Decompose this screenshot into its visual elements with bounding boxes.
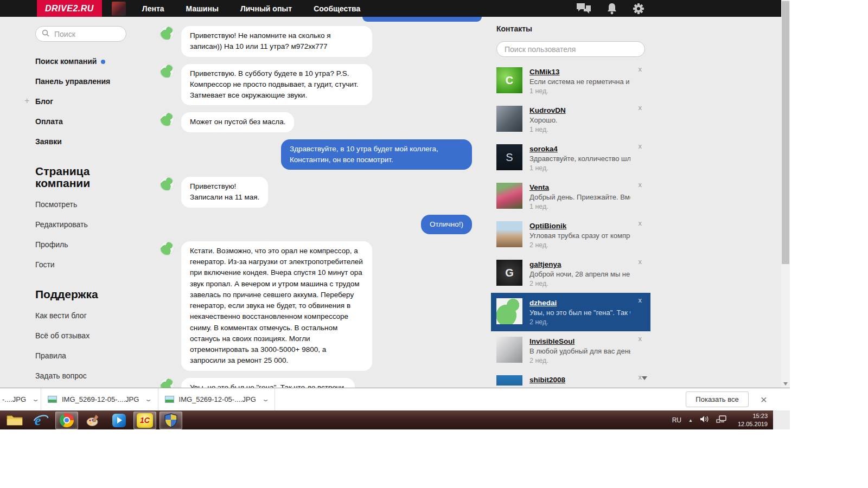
sidebar-item[interactable]: Поиск компаний xyxy=(35,57,152,66)
explorer-icon[interactable] xyxy=(3,412,26,429)
1c-icon[interactable]: 1С xyxy=(133,412,156,429)
scrollbar-thumb[interactable] xyxy=(782,1,789,264)
message-bubble: Отлично!) xyxy=(421,215,472,234)
paint-icon[interactable] xyxy=(81,412,104,429)
svg-text:e: e xyxy=(35,413,41,428)
contact-item[interactable]: KudrovDN Хорошо. 1 нед. x xyxy=(491,100,650,139)
messages-icon[interactable] xyxy=(576,3,591,15)
chrome-icon[interactable] xyxy=(55,412,78,429)
download-item[interactable]: IMG_5269-12-05-....JPG ⌄︎ xyxy=(158,388,276,410)
contact-item[interactable]: C ChMik13 Если система не герметична и у… xyxy=(491,62,650,100)
sidebar-sub-item[interactable]: Как вести блог xyxy=(35,311,152,320)
contact-name[interactable]: KudrovDN xyxy=(529,106,630,114)
contact-name[interactable]: Venta xyxy=(529,183,630,191)
close-icon[interactable]: x xyxy=(639,181,642,188)
tray-language[interactable]: RU xyxy=(672,416,681,424)
contact-avatar[interactable] xyxy=(496,375,522,386)
contacts-scroll-down-icon[interactable] xyxy=(642,376,647,380)
sender-avatar[interactable] xyxy=(160,64,174,78)
page-scrollbar[interactable] xyxy=(781,0,790,388)
scrollbar-down-arrow-icon[interactable] xyxy=(783,382,788,386)
sidebar-sub-item[interactable]: Посмотреть xyxy=(35,200,152,209)
contact-item[interactable]: shibit2008 x xyxy=(491,370,650,386)
contacts-search[interactable] xyxy=(496,41,645,57)
contact-name[interactable]: OptiBionik xyxy=(529,222,630,230)
chat-message: Может он пустой без масла. xyxy=(160,112,483,132)
show-all-button[interactable]: Показать все xyxy=(686,391,748,407)
sidebar-search[interactable] xyxy=(35,26,126,42)
close-icon[interactable]: x xyxy=(639,335,642,342)
contact-item[interactable]: InvisibleSoul В любой удобный для вас де… xyxy=(491,331,650,370)
sidebar-sub-item[interactable]: Гости xyxy=(35,260,152,269)
sidebar-sub-item[interactable]: Всё об отзывах xyxy=(35,331,152,340)
close-icon[interactable]: x xyxy=(639,220,642,227)
contact-time: 1 нед. xyxy=(529,126,630,133)
contact-time: 2 нед. xyxy=(529,318,630,326)
chevron-up-icon[interactable]: ⌄︎ xyxy=(31,396,40,403)
contact-time: 1 нед. xyxy=(529,203,630,210)
sidebar-sub-item[interactable]: Профиль xyxy=(35,240,152,249)
sidebar-item[interactable]: Оплата xyxy=(35,117,152,126)
tray-clock[interactable]: 15:23 12.05.2019 xyxy=(738,412,768,428)
contact-name[interactable]: dzhedai xyxy=(529,299,630,307)
contact-name[interactable]: ChMik13 xyxy=(529,68,630,76)
sidebar-item[interactable]: Заявки xyxy=(35,137,152,146)
contact-avatar[interactable] xyxy=(496,298,522,324)
sender-avatar[interactable] xyxy=(160,241,174,255)
contact-avatar[interactable] xyxy=(496,221,522,247)
nav-menu-item[interactable]: Личный опыт xyxy=(240,4,292,13)
sender-avatar[interactable] xyxy=(160,112,174,126)
nav-menu-item[interactable]: Лента xyxy=(142,4,164,13)
contact-message-preview: В любой удобный для вас день … xyxy=(529,347,630,355)
internet-explorer-icon[interactable]: e xyxy=(29,412,52,429)
settings-icon[interactable] xyxy=(633,3,644,15)
contacts-search-input[interactable] xyxy=(503,44,628,54)
contact-avatar[interactable]: G xyxy=(496,260,522,286)
defender-shield-icon[interactable] xyxy=(159,412,182,429)
sidebar-search-input[interactable] xyxy=(53,29,113,39)
network-icon[interactable] xyxy=(716,415,726,426)
contact-name[interactable]: soroka4 xyxy=(529,145,630,153)
sidebar-sub-item[interactable]: Редактировать xyxy=(35,220,152,229)
drive2-logo[interactable]: DRIVE2.RU xyxy=(37,0,102,17)
notifications-icon[interactable] xyxy=(607,3,617,15)
contact-avatar[interactable]: S xyxy=(496,144,522,170)
contact-item[interactable]: Venta Добрый день. Приезжайте. Вме… 1 не… xyxy=(491,177,650,216)
contact-item[interactable]: S soroka4 Здравствуйте, колличество шли…… xyxy=(491,139,650,177)
nav-menu-item[interactable]: Сообщества xyxy=(314,4,360,13)
contact-message-preview: Увы, но это был не "гена". Так ч… xyxy=(529,309,630,317)
download-item[interactable]: -....JPG ⌄︎ xyxy=(0,388,41,410)
notification-dot-icon xyxy=(101,60,105,64)
sender-avatar[interactable] xyxy=(160,177,174,191)
chevron-up-icon[interactable]: ⌄︎ xyxy=(261,396,270,403)
close-icon[interactable]: x xyxy=(639,143,642,150)
contact-item[interactable]: dzhedai Увы, но это был не "гена". Так ч… xyxy=(491,293,650,331)
contact-item[interactable]: OptiBionik Угловая трубка сразу от компр… xyxy=(491,216,650,254)
tray-expand-icon[interactable]: ▲ xyxy=(688,418,693,423)
close-icon[interactable]: x xyxy=(639,66,642,73)
contact-avatar[interactable] xyxy=(496,106,522,132)
volume-icon[interactable] xyxy=(700,415,709,425)
sidebar-item[interactable]: Панель управления xyxy=(35,77,152,86)
chevron-up-icon[interactable]: ⌄︎ xyxy=(145,396,153,403)
system-tray: RU ▲ 15:23 12.05.2019 xyxy=(672,412,768,428)
contact-name[interactable]: shibit2008 xyxy=(529,376,630,384)
user-avatar[interactable] xyxy=(112,2,126,16)
contact-name[interactable]: galtjenya xyxy=(529,260,630,268)
close-icon[interactable]: x xyxy=(639,297,642,304)
nav-menu-item[interactable]: Машины xyxy=(186,4,219,13)
close-icon[interactable]: x xyxy=(639,258,642,265)
sidebar-sub-item[interactable]: Задать вопрос xyxy=(35,371,152,380)
close-icon[interactable]: x xyxy=(639,104,642,111)
contact-avatar[interactable] xyxy=(496,337,522,363)
sender-avatar[interactable] xyxy=(160,26,174,40)
contact-avatar[interactable]: C xyxy=(496,67,522,93)
downloads-close-icon[interactable]: × xyxy=(761,394,767,405)
media-player-icon[interactable] xyxy=(107,412,130,429)
contact-item[interactable]: G galtjenya Доброй ночи, 28 апреля мы не… xyxy=(491,254,650,293)
sidebar-item[interactable]: Блог xyxy=(35,97,152,106)
contact-avatar[interactable] xyxy=(496,183,522,209)
sidebar-sub-item[interactable]: Правила xyxy=(35,351,152,360)
contact-name[interactable]: InvisibleSoul xyxy=(529,337,630,345)
download-item[interactable]: IMG_5269-12-05-....JPG ⌄︎ xyxy=(41,388,158,410)
